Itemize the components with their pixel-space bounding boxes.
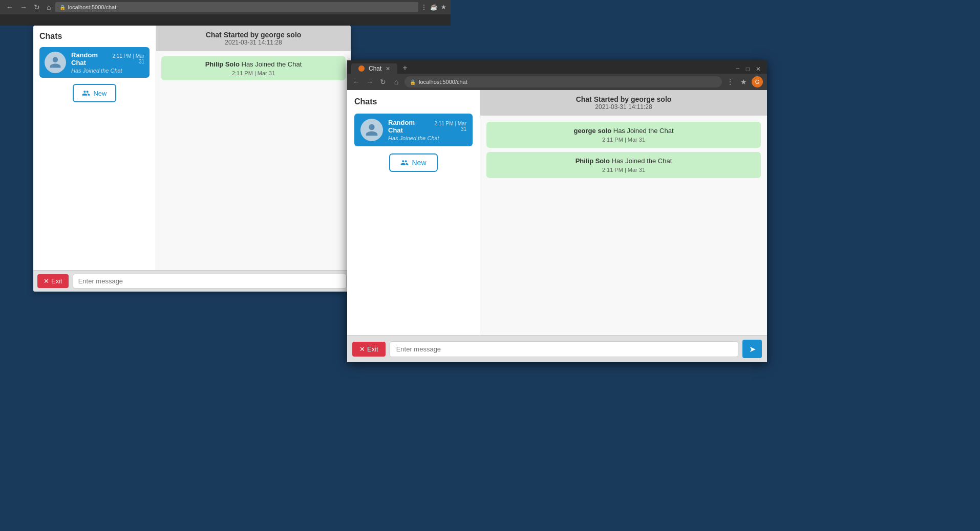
chat-messages-2: george solo Has Joined the Chat 2:11 PM …: [480, 116, 767, 335]
chat-item-info: Random Chat 2:11 PM | Mar 31 Has Joined …: [71, 51, 144, 74]
active-tab[interactable]: Chat ✕: [351, 63, 397, 74]
message-text: Philip Solo Has Joined the Chat: [167, 60, 339, 68]
sidebar-title-2: Chats: [354, 97, 473, 106]
new-chat-button-2[interactable]: New: [389, 153, 437, 172]
message-bubble: Philip Solo Has Joined the Chat 2:11 PM …: [161, 56, 346, 80]
window-restore-icon[interactable]: □: [744, 65, 752, 73]
url-text-2: localhost:5000/chat: [419, 79, 467, 85]
chat-header-title: Chat Started by george solo: [164, 31, 343, 39]
message-input[interactable]: [73, 274, 347, 289]
message-input-2[interactable]: [390, 341, 738, 357]
new-chat-button[interactable]: New: [73, 84, 116, 102]
message-text-1: george solo Has Joined the Chat: [494, 127, 754, 135]
chat-area: Chat Started by george solo 2021-03-31 1…: [156, 26, 351, 270]
home-icon[interactable]: ⌂: [45, 3, 53, 11]
exit-button[interactable]: ✕ Exit: [37, 274, 69, 288]
send-button[interactable]: ➤: [742, 340, 762, 358]
home-btn-2[interactable]: ⌂: [391, 77, 401, 87]
avatar: [45, 52, 66, 73]
bookmark-icon[interactable]: ★: [738, 77, 749, 87]
sidebar-panel-2: Chats Random Chat 2:11 PM | Mar 31 Has J…: [347, 90, 480, 335]
nav-bar-2: ← → ↻ ⌂ 🔒 localhost:5000/chat ⋮ ★ G: [347, 74, 767, 90]
new-button-label: New: [93, 90, 106, 97]
chat-footer: ✕ Exit: [33, 270, 351, 292]
url-bar-bg: 🔒 localhost:5000/chat: [55, 2, 418, 12]
back-icon[interactable]: ←: [4, 3, 15, 11]
chat-header: Chat Started by george solo 2021-03-31 1…: [156, 26, 351, 51]
chat-list-item-2[interactable]: Random Chat 2:11 PM | Mar 31 Has Joined …: [354, 114, 473, 146]
chat-area-2: Chat Started by george solo 2021-03-31 1…: [480, 90, 767, 335]
chat-header-time-2: 2021-03-31 14:11:28: [488, 103, 759, 110]
chat-item-status: Has Joined the Chat: [71, 68, 144, 74]
reload-icon[interactable]: ↻: [32, 3, 42, 11]
message-time-2: 2:11 PM | Mar 31: [494, 167, 754, 173]
window-minimize-icon[interactable]: −: [734, 64, 742, 73]
chat-messages: Philip Solo Has Joined the Chat 2:11 PM …: [156, 51, 351, 270]
sidebar-title: Chats: [39, 32, 150, 41]
message-time-1: 2:11 PM | Mar 31: [494, 137, 754, 143]
avatar-2: [360, 119, 383, 141]
new-button-label-2: New: [412, 159, 426, 167]
browser-content-2: Chats Random Chat 2:11 PM | Mar 31 Has J…: [347, 90, 767, 362]
chat-list-item[interactable]: Random Chat 2:11 PM | Mar 31 Has Joined …: [39, 47, 150, 78]
url-bar-2[interactable]: 🔒 localhost:5000/chat: [404, 76, 722, 87]
tab-close-icon[interactable]: ✕: [386, 65, 390, 72]
window-close-icon[interactable]: ✕: [754, 65, 763, 73]
x-icon-2: ✕: [359, 345, 365, 353]
reload-btn-2[interactable]: ↻: [378, 77, 388, 87]
send-icon: ➤: [749, 344, 756, 354]
x-icon: ✕: [44, 277, 49, 285]
chat-item-time: 2:11 PM | Mar 31: [110, 53, 144, 64]
exit-button-2[interactable]: ✕ Exit: [352, 342, 386, 357]
chat-item-info-2: Random Chat 2:11 PM | Mar 31 Has Joined …: [388, 119, 466, 141]
chat-item-status-2: Has Joined the Chat: [388, 135, 466, 141]
sidebar-panel: Chats Random Chat 2:11 PM | Mar 31 Has J…: [33, 26, 156, 270]
message-text-2: Philip Solo Has Joined the Chat: [494, 157, 754, 165]
exit-label: Exit: [51, 277, 62, 285]
tab-bar: Chat ✕ + − □ ✕: [347, 60, 767, 74]
chat-item-time-2: 2:11 PM | Mar 31: [429, 121, 466, 132]
message-bubble-1: george solo Has Joined the Chat 2:11 PM …: [486, 122, 761, 148]
window-main: Chats Random Chat 2:11 PM | Mar 31 Has J…: [33, 26, 351, 292]
new-tab-button[interactable]: +: [399, 63, 410, 73]
chat-item-name: Random Chat: [71, 51, 110, 67]
chat-footer-2: ✕ Exit ➤: [347, 335, 767, 362]
chat-header-title-2: Chat Started by george solo: [488, 95, 759, 103]
profile-icon[interactable]: G: [752, 76, 763, 87]
chat-item-name-2: Random Chat: [388, 119, 429, 134]
tab-icon: [358, 65, 365, 72]
more-tools-icon[interactable]: ⋮: [725, 77, 735, 87]
url-text-bg: localhost:5000/chat: [68, 4, 116, 10]
forward-icon[interactable]: →: [18, 3, 29, 11]
exit-label-2: Exit: [367, 345, 378, 353]
chat-header-time: 2021-03-31 14:11:28: [164, 39, 343, 46]
window-second: Chat ✕ + − □ ✕ ← → ↻ ⌂ 🔒 localhost:5000/…: [347, 60, 767, 362]
forward-btn-2[interactable]: →: [365, 77, 375, 87]
chat-header-2: Chat Started by george solo 2021-03-31 1…: [480, 90, 767, 116]
tab-label: Chat: [369, 65, 381, 72]
message-bubble-2: Philip Solo Has Joined the Chat 2:11 PM …: [486, 152, 761, 178]
menu-icons: ⋮☕★: [421, 4, 446, 11]
message-time: 2:11 PM | Mar 31: [167, 70, 339, 76]
back-btn-2[interactable]: ←: [351, 77, 361, 87]
